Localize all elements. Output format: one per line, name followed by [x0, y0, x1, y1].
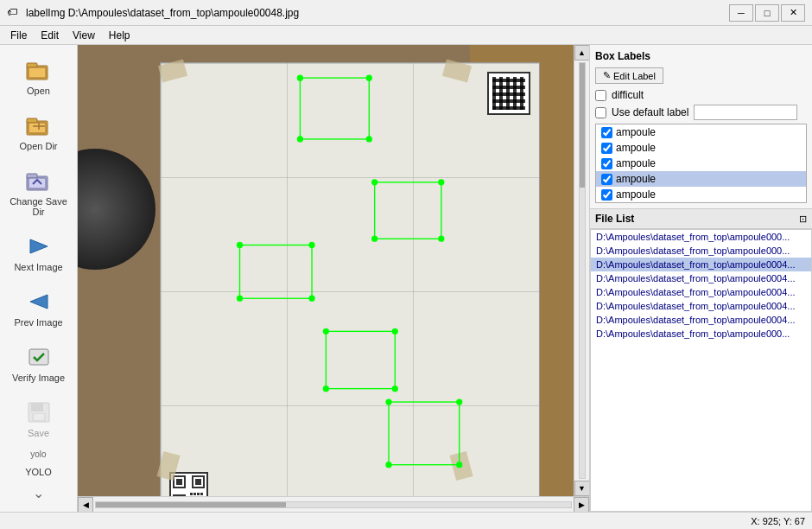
coords-display: X: 925; Y: 67 [751, 516, 805, 526]
menu-file[interactable]: File [3, 28, 34, 43]
svg-marker-12 [30, 295, 48, 309]
edit-icon: ✎ [603, 70, 611, 81]
verify-image-label: Verify Image [12, 373, 65, 383]
file-item-7[interactable]: D:\Ampoules\dataset_from_top\ampoule000.… [591, 327, 811, 341]
file-list-title: File List [595, 213, 634, 225]
box-labels-section: Box Labels ✎ Edit Label difficult Use de… [590, 45, 812, 209]
label-text-0: ampoule [616, 126, 656, 138]
file-list-expand-button[interactable]: ⊡ [799, 214, 807, 225]
window-title: labelImg D:\Ampoules\dataset_from_top\am… [26, 7, 299, 19]
scroll-left-button[interactable]: ◀ [78, 497, 93, 513]
minimize-button[interactable]: ─ [729, 4, 753, 22]
file-item-2[interactable]: D:\Ampoules\dataset_from_top\ampoule0004… [591, 258, 811, 271]
label-item-4[interactable]: ampoule [596, 187, 806, 202]
open-button[interactable]: Open [4, 50, 73, 102]
title-bar: 🏷 labelImg D:\Ampoules\dataset_from_top\… [0, 0, 812, 26]
h-scroll-track[interactable] [95, 501, 572, 508]
difficult-label: difficult [612, 89, 644, 101]
file-item-5[interactable]: D:\Ampoules\dataset_from_top\ampoule0004… [591, 299, 811, 313]
vertical-scrollbar[interactable]: ▲ ▼ [574, 45, 589, 496]
yolo-text: yolo [30, 449, 46, 459]
window-controls: ─ □ ✕ [729, 4, 805, 22]
close-button[interactable]: ✕ [781, 4, 805, 22]
label-checkbox-0[interactable] [601, 127, 612, 138]
svg-rect-2 [29, 67, 46, 78]
label-text-2: ampoule [616, 157, 656, 169]
label-checkbox-2[interactable] [601, 158, 612, 169]
svg-rect-30 [197, 493, 200, 495]
label-checkbox-3[interactable] [601, 174, 612, 185]
dark-circle [78, 149, 155, 270]
label-item-2[interactable]: ampoule [596, 156, 806, 171]
qr-code [487, 72, 530, 115]
label-item-0[interactable]: ampoule [596, 124, 806, 140]
scroll-down-button[interactable]: ▼ [574, 481, 590, 496]
label-text-1: ampoule [616, 142, 656, 154]
menu-bar: File Edit View Help [0, 26, 812, 45]
more-button[interactable]: ⌄ [33, 485, 44, 501]
label-item-3[interactable]: ampoule [596, 171, 806, 187]
save-icon [25, 398, 53, 426]
default-label-input[interactable] [694, 105, 797, 120]
h-scroll-thumb[interactable] [96, 502, 286, 507]
main-content: Open Open Dir [0, 45, 812, 512]
svg-rect-9 [27, 174, 37, 178]
status-bar: X: 925; Y: 67 [0, 512, 812, 529]
svg-rect-31 [200, 493, 203, 495]
labels-list: ampoule ampoule ampoule ampoule ampoule [595, 124, 807, 203]
file-item-4[interactable]: D:\Ampoules\dataset_from_top\ampoule0004… [591, 285, 811, 299]
label-text-4: ampoule [616, 188, 656, 201]
edit-label-text: Edit Label [613, 71, 656, 81]
file-list-items: D:\Ampoules\dataset_from_top\ampoule000.… [590, 229, 812, 512]
svg-rect-4 [27, 118, 37, 123]
menu-view[interactable]: View [66, 28, 102, 43]
toolbar-bottom: yolo YOLO ⌄ [4, 449, 73, 508]
file-list-header: File List ⊡ [590, 209, 812, 229]
change-save-dir-button[interactable]: Change Save Dir [4, 161, 73, 223]
difficult-row: difficult [595, 89, 807, 101]
verify-image-icon [25, 343, 53, 371]
next-image-button[interactable]: Next Image [4, 226, 73, 278]
app-icon: 🏷 [7, 6, 21, 20]
open-dir-icon [25, 112, 53, 139]
save-button[interactable]: Save [4, 392, 73, 444]
open-dir-button[interactable]: Open Dir [4, 105, 73, 157]
file-item-6[interactable]: D:\Ampoules\dataset_from_top\ampoule0004… [591, 313, 811, 327]
box-labels-title: Box Labels [595, 50, 807, 62]
scroll-up-button[interactable]: ▲ [574, 45, 590, 61]
horizontal-scrollbar[interactable]: ◀ ▶ [78, 496, 589, 512]
menu-help[interactable]: Help [102, 28, 137, 43]
yolo-button[interactable]: YOLO [4, 461, 73, 483]
scene-background [78, 45, 574, 496]
barcode [169, 472, 208, 496]
yolo-label: YOLO [25, 467, 52, 477]
maximize-button[interactable]: □ [755, 4, 779, 22]
open-label: Open [27, 86, 50, 96]
prev-image-icon [25, 288, 53, 315]
left-toolbar: Open Open Dir [0, 45, 78, 512]
edit-label-button[interactable]: ✎ Edit Label [595, 67, 663, 84]
svg-rect-24 [195, 479, 201, 485]
open-dir-label: Open Dir [19, 141, 57, 151]
v-scroll-track[interactable] [579, 62, 586, 479]
v-scroll-thumb[interactable] [580, 63, 585, 188]
use-default-label-checkbox[interactable] [595, 107, 606, 118]
grid-lines [161, 63, 539, 496]
next-image-label: Next Image [14, 262, 62, 272]
label-checkbox-4[interactable] [601, 189, 612, 201]
change-save-dir-icon [25, 167, 53, 194]
label-item-1[interactable]: ampoule [596, 140, 806, 156]
difficult-checkbox[interactable] [595, 90, 606, 101]
scroll-right-button[interactable]: ▶ [574, 497, 589, 513]
file-item-3[interactable]: D:\Ampoules\dataset_from_top\ampoule0004… [591, 271, 811, 285]
label-checkbox-1[interactable] [601, 143, 612, 154]
svg-rect-29 [193, 493, 196, 495]
menu-edit[interactable]: Edit [34, 28, 66, 43]
right-panel: Box Labels ✎ Edit Label difficult Use de… [589, 45, 812, 512]
canvas-area[interactable]: ▲ ▼ ◀ ▶ [78, 45, 589, 512]
file-item-0[interactable]: D:\Ampoules\dataset_from_top\ampoule000.… [591, 230, 811, 244]
file-item-1[interactable]: D:\Ampoules\dataset_from_top\ampoule000.… [591, 244, 811, 258]
svg-rect-17 [34, 414, 44, 420]
prev-image-button[interactable]: Prev Image [4, 282, 73, 334]
verify-image-button[interactable]: Verify Image [4, 337, 73, 389]
